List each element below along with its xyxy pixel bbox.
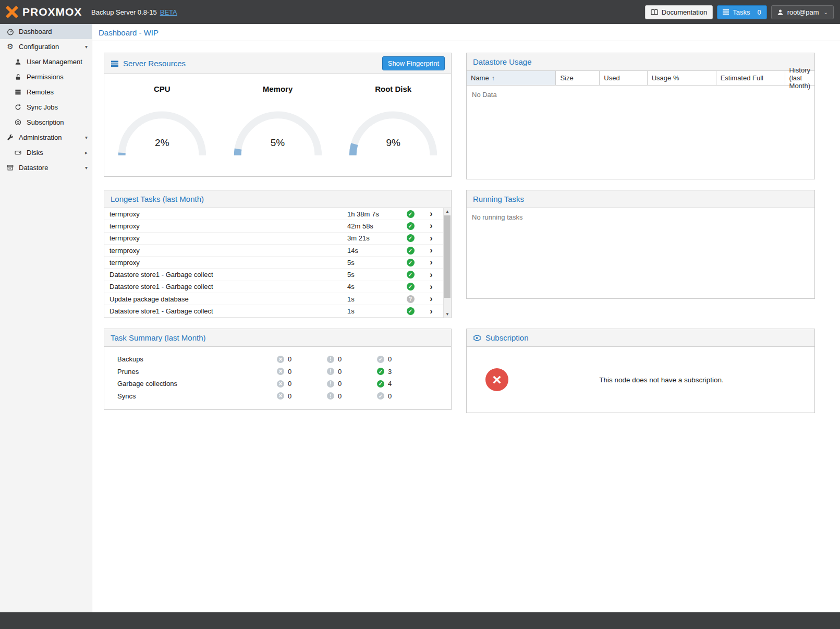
task-row[interactable]: termproxy 42m 58s ›	[104, 220, 443, 232]
column-header-name[interactable]: Name ↑	[467, 71, 556, 85]
subscription-message: This node does not have a subscription.	[508, 376, 814, 384]
chevron-right-icon[interactable]: ▸	[85, 150, 88, 155]
summary-warning-cell[interactable]: 0	[327, 392, 377, 400]
task-open-chevron-icon[interactable]: ›	[419, 222, 443, 230]
task-status-icon	[407, 210, 415, 218]
subscription-body: × This node does not have a subscription…	[467, 347, 814, 413]
panel-title: Task Summary (last Month)	[111, 333, 206, 342]
summary-label: Prunes	[104, 368, 277, 376]
column-header-history[interactable]: History (last Month)	[785, 71, 814, 85]
summary-warning-cell[interactable]: 0	[327, 380, 377, 388]
task-open-chevron-icon[interactable]: ›	[419, 307, 443, 316]
scrollbar-thumb[interactable]	[444, 215, 451, 298]
column-header-usage-percent[interactable]: Usage %	[648, 71, 716, 85]
warning-icon	[327, 368, 334, 375]
task-open-chevron-icon[interactable]: ›	[419, 258, 443, 267]
summary-ok-cell[interactable]: 3	[377, 368, 427, 376]
task-row[interactable]: termproxy 5s ›	[104, 257, 443, 269]
hard-disk-icon	[14, 149, 22, 156]
summary-ok-cell[interactable]: 0	[377, 355, 427, 363]
task-open-chevron-icon[interactable]: ›	[419, 271, 443, 279]
tachometer-icon	[6, 28, 14, 35]
summary-label: Syncs	[104, 392, 277, 400]
column-header-size[interactable]: Size	[556, 71, 600, 85]
summary-warning-cell[interactable]: 0	[327, 368, 377, 376]
summary-ok-cell[interactable]: 4	[377, 380, 427, 388]
task-duration: 5s	[347, 271, 401, 279]
tasks-count-badge: 0	[753, 8, 761, 16]
task-duration: 42m 58s	[347, 222, 401, 230]
column-header-estimated-full[interactable]: Estimated Full	[716, 71, 785, 85]
sidebar-item-disks[interactable]: Disks ▸	[0, 145, 92, 160]
scrollbar[interactable]: ▲ ▼	[443, 208, 451, 318]
scroll-up-icon[interactable]: ▲	[444, 208, 451, 215]
task-row[interactable]: termproxy 3m 21s ›	[104, 233, 443, 245]
task-row[interactable]: Datastore store1 - Garbage collect 1s ›	[104, 305, 443, 317]
top-bar: PROXMOX Backup Server 0.8-15 BETA Docume…	[0, 0, 840, 24]
user-menu-button[interactable]: root@pam ⌄	[771, 5, 834, 19]
server-resources-panel: Server Resources Show Fingerprint CPU 2%	[104, 53, 452, 177]
summary-error-cell[interactable]: 0	[277, 355, 327, 363]
sidebar-item-label: Administration	[19, 134, 62, 141]
task-row[interactable]: Update package database 1s ›	[104, 293, 443, 305]
task-open-chevron-icon[interactable]: ›	[419, 234, 443, 243]
summary-ok-cell[interactable]: 0	[377, 392, 427, 400]
chevron-down-icon[interactable]: ▾	[85, 135, 88, 140]
unlock-icon	[14, 73, 22, 81]
task-row[interactable]: Datastore store1 - Garbage collect 4s ›	[104, 281, 443, 293]
documentation-button[interactable]: Documentation	[645, 5, 713, 19]
server-list-icon	[14, 88, 22, 96]
sidebar-item-sync-jobs[interactable]: Sync Jobs	[0, 100, 92, 115]
summary-error-cell[interactable]: 0	[277, 380, 327, 388]
gauge-label: Root Disk	[335, 84, 451, 93]
sidebar-item-remotes[interactable]: Remotes	[0, 84, 92, 100]
sidebar-item-configuration[interactable]: ⚙ Configuration ▾	[0, 39, 92, 54]
task-open-chevron-icon[interactable]: ›	[419, 210, 443, 218]
column-header-used[interactable]: Used	[600, 71, 647, 85]
product-version: Backup Server 0.8-15	[91, 8, 157, 16]
task-row[interactable]: termproxy 1h 38m 7s ›	[104, 208, 443, 220]
summary-warning-cell[interactable]: 0	[327, 355, 377, 363]
error-icon	[277, 356, 284, 363]
chevron-down-icon[interactable]: ▾	[85, 165, 88, 171]
summary-row: Garbage collections 0 0 4	[104, 378, 451, 390]
task-open-chevron-icon[interactable]: ›	[419, 295, 443, 303]
archive-icon	[6, 164, 14, 172]
no-subscription-icon: ×	[485, 368, 508, 391]
beta-link[interactable]: BETA	[160, 8, 177, 16]
summary-error-cell[interactable]: 0	[277, 392, 327, 400]
subscription-panel: Subscription × This node does not have a…	[466, 329, 815, 413]
tasks-button[interactable]: Tasks 0	[717, 5, 766, 19]
tasks-label: Tasks	[733, 8, 750, 16]
task-duration: 4s	[347, 283, 401, 291]
topbar-actions: Documentation Tasks 0 root@pam ⌄	[645, 5, 834, 19]
task-open-chevron-icon[interactable]: ›	[419, 283, 443, 291]
main-area: Dashboard - WIP Server Resources Show Fi…	[92, 24, 840, 612]
check-icon	[377, 356, 384, 363]
task-name: termproxy	[104, 234, 347, 242]
sidebar-item-user-management[interactable]: User Management	[0, 54, 92, 69]
task-summary-header: Task Summary (last Month)	[104, 329, 451, 347]
warning-icon	[327, 392, 334, 400]
sidebar-item-label: User Management	[27, 58, 82, 66]
datastore-usage-header: Datastore Usage	[467, 53, 814, 71]
sidebar-item-datastore[interactable]: Datastore ▾	[0, 160, 92, 175]
chevron-down-icon[interactable]: ▾	[85, 44, 88, 50]
sidebar-item-label: Sync Jobs	[27, 103, 58, 111]
sync-icon	[14, 103, 22, 111]
sidebar-item-subscription[interactable]: Subscription	[0, 115, 92, 130]
scroll-down-icon[interactable]: ▼	[444, 311, 451, 318]
show-fingerprint-button[interactable]: Show Fingerprint	[382, 56, 445, 70]
task-open-chevron-icon[interactable]: ›	[419, 246, 443, 255]
sidebar-item-administration[interactable]: Administration ▾	[0, 130, 92, 145]
warning-icon	[327, 380, 334, 388]
task-row[interactable]: Datastore store1 - Garbage collect 5s ›	[104, 269, 443, 281]
sidebar-item-dashboard[interactable]: Dashboard	[0, 24, 92, 39]
sidebar-item-permissions[interactable]: Permissions	[0, 69, 92, 84]
documentation-label: Documentation	[662, 8, 707, 16]
gauge-value: 2%	[114, 137, 210, 149]
error-icon	[277, 380, 284, 388]
summary-error-cell[interactable]: 0	[277, 368, 327, 376]
task-list-icon	[723, 9, 729, 15]
task-row[interactable]: termproxy 14s ›	[104, 245, 443, 257]
